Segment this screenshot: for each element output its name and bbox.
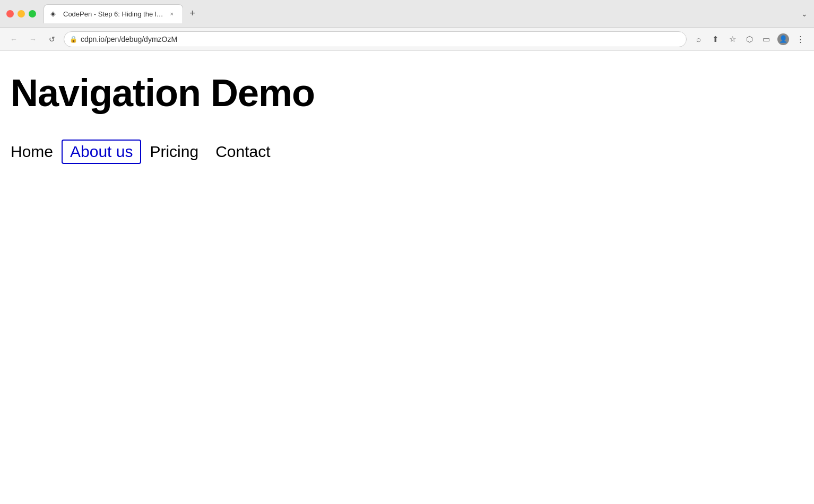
tab-close-button[interactable]: × (168, 10, 176, 18)
minimize-button[interactable] (18, 10, 25, 18)
extensions-icon: ⬡ (746, 34, 753, 44)
lock-icon: 🔒 (70, 36, 77, 43)
nav-item-about[interactable]: About us (62, 140, 141, 164)
nav-item-contact[interactable]: Contact (207, 140, 279, 164)
avatar: 👤 (777, 33, 789, 45)
search-icon: ⌕ (696, 34, 701, 44)
reload-button[interactable]: ↺ (45, 32, 59, 47)
profile-button[interactable]: 👤 (776, 32, 791, 47)
menu-icon: ⋮ (796, 34, 804, 44)
back-button[interactable]: ← (6, 32, 21, 47)
nav-bar: ← → ↺ 🔒 cdpn.io/pen/debug/dymzOzM ⌕ ⬆ ☆ … (0, 28, 814, 51)
bookmark-icon: ☆ (729, 34, 736, 44)
nav-right-icons: ⌕ ⬆ ☆ ⬡ ▭ 👤 ⋮ (691, 32, 808, 47)
tab-title: CodePen - Step 6: Hiding the l… (63, 10, 163, 18)
nav-item-home[interactable]: Home (11, 140, 62, 164)
extensions-button[interactable]: ⬡ (742, 32, 757, 47)
address-bar[interactable]: 🔒 cdpn.io/pen/debug/dymzOzM (64, 31, 687, 47)
tab-chevron-icon[interactable]: ⌄ (801, 10, 808, 18)
share-icon: ⬆ (712, 34, 719, 44)
sidebar-icon: ▭ (763, 34, 770, 44)
share-button[interactable]: ⬆ (708, 32, 723, 47)
nav-item-pricing[interactable]: Pricing (141, 140, 207, 164)
tab-bar: ◈ CodePen - Step 6: Hiding the l… × + ⌄ (44, 4, 808, 23)
maximize-button[interactable] (29, 10, 36, 18)
forward-icon: → (29, 35, 37, 44)
profile-icon: 👤 (779, 35, 787, 43)
close-button[interactable] (6, 10, 14, 18)
browser-tab[interactable]: ◈ CodePen - Step 6: Hiding the l… × (44, 4, 183, 23)
browser-window: ◈ CodePen - Step 6: Hiding the l… × + ⌄ … (0, 0, 814, 504)
url-text: cdpn.io/pen/debug/dymzOzM (81, 35, 681, 44)
reload-icon: ↺ (49, 35, 55, 44)
title-bar: ◈ CodePen - Step 6: Hiding the l… × + ⌄ (0, 0, 814, 28)
forward-button[interactable]: → (25, 32, 40, 47)
search-button[interactable]: ⌕ (691, 32, 706, 47)
nav-menu: Home About us Pricing Contact (11, 140, 803, 164)
menu-button[interactable]: ⋮ (793, 32, 808, 47)
new-tab-button[interactable]: + (185, 6, 200, 21)
traffic-lights (6, 10, 36, 18)
bookmark-button[interactable]: ☆ (725, 32, 740, 47)
back-icon: ← (10, 35, 18, 44)
codepen-icon: ◈ (50, 10, 59, 18)
page-title: Navigation Demo (11, 72, 803, 114)
page-content: Navigation Demo Home About us Pricing Co… (0, 51, 814, 504)
sidebar-button[interactable]: ▭ (759, 32, 774, 47)
